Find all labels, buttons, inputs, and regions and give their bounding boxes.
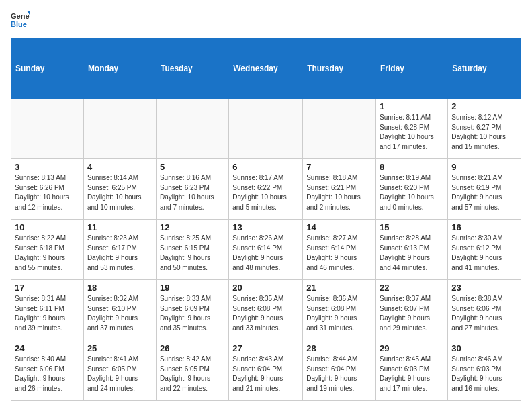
day-info: Sunrise: 8:33 AM Sunset: 6:09 PM Dayligh… bbox=[160, 294, 225, 333]
calendar-cell: 22Sunrise: 8:37 AM Sunset: 6:07 PM Dayli… bbox=[376, 280, 448, 340]
calendar-cell: 3Sunrise: 8:13 AM Sunset: 6:26 PM Daylig… bbox=[11, 159, 84, 220]
calendar-cell: 24Sunrise: 8:40 AM Sunset: 6:06 PM Dayli… bbox=[11, 340, 84, 401]
day-number: 24 bbox=[15, 343, 80, 353]
day-number: 3 bbox=[15, 162, 80, 172]
day-info: Sunrise: 8:26 AM Sunset: 6:14 PM Dayligh… bbox=[232, 234, 299, 273]
day-number: 6 bbox=[232, 162, 299, 172]
calendar-cell: 19Sunrise: 8:33 AM Sunset: 6:09 PM Dayli… bbox=[156, 280, 228, 340]
calendar-cell: 28Sunrise: 8:44 AM Sunset: 6:04 PM Dayli… bbox=[303, 340, 376, 401]
day-info: Sunrise: 8:27 AM Sunset: 6:14 PM Dayligh… bbox=[306, 234, 372, 273]
day-info: Sunrise: 8:36 AM Sunset: 6:08 PM Dayligh… bbox=[306, 294, 372, 333]
calendar-cell: 18Sunrise: 8:32 AM Sunset: 6:10 PM Dayli… bbox=[83, 280, 156, 340]
svg-text:General: General bbox=[11, 12, 30, 20]
logo-icon: General Blue bbox=[11, 11, 30, 30]
day-number: 11 bbox=[87, 222, 152, 232]
header-friday: Friday bbox=[376, 38, 448, 99]
day-info: Sunrise: 8:21 AM Sunset: 6:19 PM Dayligh… bbox=[451, 173, 517, 212]
day-info: Sunrise: 8:23 AM Sunset: 6:17 PM Dayligh… bbox=[87, 234, 152, 273]
day-number: 17 bbox=[15, 283, 80, 293]
day-info: Sunrise: 8:19 AM Sunset: 6:20 PM Dayligh… bbox=[380, 173, 444, 212]
header-wednesday: Wednesday bbox=[229, 38, 303, 99]
day-number: 10 bbox=[15, 222, 80, 232]
day-number: 29 bbox=[380, 343, 444, 353]
day-info: Sunrise: 8:25 AM Sunset: 6:15 PM Dayligh… bbox=[160, 234, 225, 273]
calendar-cell: 4Sunrise: 8:14 AM Sunset: 6:25 PM Daylig… bbox=[83, 159, 156, 220]
calendar-cell: 27Sunrise: 8:43 AM Sunset: 6:04 PM Dayli… bbox=[229, 340, 303, 401]
calendar-cell bbox=[303, 99, 376, 159]
day-info: Sunrise: 8:32 AM Sunset: 6:10 PM Dayligh… bbox=[87, 294, 152, 333]
calendar-cell: 6Sunrise: 8:17 AM Sunset: 6:22 PM Daylig… bbox=[229, 159, 303, 220]
header-thursday: Thursday bbox=[303, 38, 376, 99]
svg-text:Blue: Blue bbox=[11, 20, 27, 28]
day-number: 13 bbox=[232, 222, 299, 232]
day-number: 22 bbox=[380, 283, 444, 293]
day-info: Sunrise: 8:46 AM Sunset: 6:03 PM Dayligh… bbox=[451, 355, 517, 394]
calendar-cell bbox=[11, 99, 84, 159]
day-number: 19 bbox=[160, 283, 225, 293]
calendar-cell: 10Sunrise: 8:22 AM Sunset: 6:18 PM Dayli… bbox=[11, 220, 84, 280]
calendar-header: SundayMondayTuesdayWednesdayThursdayFrid… bbox=[11, 38, 521, 99]
calendar-cell: 29Sunrise: 8:45 AM Sunset: 6:03 PM Dayli… bbox=[376, 340, 448, 401]
day-number: 5 bbox=[160, 162, 225, 172]
day-info: Sunrise: 8:14 AM Sunset: 6:25 PM Dayligh… bbox=[87, 173, 152, 212]
calendar-cell: 21Sunrise: 8:36 AM Sunset: 6:08 PM Dayli… bbox=[303, 280, 376, 340]
day-info: Sunrise: 8:18 AM Sunset: 6:21 PM Dayligh… bbox=[306, 173, 372, 212]
day-number: 26 bbox=[160, 343, 225, 353]
calendar-cell: 2Sunrise: 8:12 AM Sunset: 6:27 PM Daylig… bbox=[448, 99, 521, 159]
page-header: General Blue bbox=[11, 11, 521, 30]
calendar-table: SundayMondayTuesdayWednesdayThursdayFrid… bbox=[11, 38, 521, 401]
header-tuesday: Tuesday bbox=[156, 38, 228, 99]
calendar-cell: 23Sunrise: 8:38 AM Sunset: 6:06 PM Dayli… bbox=[448, 280, 521, 340]
calendar-cell: 7Sunrise: 8:18 AM Sunset: 6:21 PM Daylig… bbox=[303, 159, 376, 220]
calendar-cell bbox=[156, 99, 228, 159]
day-info: Sunrise: 8:31 AM Sunset: 6:11 PM Dayligh… bbox=[15, 294, 80, 333]
calendar-cell: 11Sunrise: 8:23 AM Sunset: 6:17 PM Dayli… bbox=[83, 220, 156, 280]
day-info: Sunrise: 8:38 AM Sunset: 6:06 PM Dayligh… bbox=[451, 294, 517, 333]
calendar-cell: 12Sunrise: 8:25 AM Sunset: 6:15 PM Dayli… bbox=[156, 220, 228, 280]
day-number: 1 bbox=[380, 101, 444, 111]
calendar-cell: 17Sunrise: 8:31 AM Sunset: 6:11 PM Dayli… bbox=[11, 280, 84, 340]
day-info: Sunrise: 8:30 AM Sunset: 6:12 PM Dayligh… bbox=[451, 234, 517, 273]
day-info: Sunrise: 8:16 AM Sunset: 6:23 PM Dayligh… bbox=[160, 173, 225, 212]
header-saturday: Saturday bbox=[448, 38, 521, 99]
day-number: 18 bbox=[87, 283, 152, 293]
day-number: 30 bbox=[451, 343, 517, 353]
calendar-cell: 16Sunrise: 8:30 AM Sunset: 6:12 PM Dayli… bbox=[448, 220, 521, 280]
day-number: 4 bbox=[87, 162, 152, 172]
calendar-cell: 30Sunrise: 8:46 AM Sunset: 6:03 PM Dayli… bbox=[448, 340, 521, 401]
day-info: Sunrise: 8:13 AM Sunset: 6:26 PM Dayligh… bbox=[15, 173, 80, 212]
calendar-cell: 15Sunrise: 8:28 AM Sunset: 6:13 PM Dayli… bbox=[376, 220, 448, 280]
day-number: 12 bbox=[160, 222, 225, 232]
header-sunday: Sunday bbox=[11, 38, 84, 99]
calendar-cell: 25Sunrise: 8:41 AM Sunset: 6:05 PM Dayli… bbox=[83, 340, 156, 401]
day-info: Sunrise: 8:43 AM Sunset: 6:04 PM Dayligh… bbox=[232, 355, 299, 394]
day-number: 27 bbox=[232, 343, 299, 353]
calendar-cell: 20Sunrise: 8:35 AM Sunset: 6:08 PM Dayli… bbox=[229, 280, 303, 340]
header-monday: Monday bbox=[83, 38, 156, 99]
calendar-cell: 13Sunrise: 8:26 AM Sunset: 6:14 PM Dayli… bbox=[229, 220, 303, 280]
calendar-cell bbox=[229, 99, 303, 159]
day-number: 21 bbox=[306, 283, 372, 293]
day-info: Sunrise: 8:45 AM Sunset: 6:03 PM Dayligh… bbox=[380, 355, 444, 394]
day-number: 14 bbox=[306, 222, 372, 232]
day-number: 9 bbox=[451, 162, 517, 172]
day-info: Sunrise: 8:11 AM Sunset: 6:28 PM Dayligh… bbox=[380, 113, 444, 152]
day-number: 23 bbox=[451, 283, 517, 293]
day-number: 15 bbox=[380, 222, 444, 232]
day-number: 2 bbox=[451, 101, 517, 111]
day-number: 25 bbox=[87, 343, 152, 353]
day-number: 16 bbox=[451, 222, 517, 232]
calendar-cell: 5Sunrise: 8:16 AM Sunset: 6:23 PM Daylig… bbox=[156, 159, 228, 220]
calendar-cell: 8Sunrise: 8:19 AM Sunset: 6:20 PM Daylig… bbox=[376, 159, 448, 220]
day-info: Sunrise: 8:28 AM Sunset: 6:13 PM Dayligh… bbox=[380, 234, 444, 273]
day-info: Sunrise: 8:17 AM Sunset: 6:22 PM Dayligh… bbox=[232, 173, 299, 212]
day-info: Sunrise: 8:12 AM Sunset: 6:27 PM Dayligh… bbox=[451, 113, 517, 152]
logo: General Blue bbox=[11, 11, 30, 30]
logo: General Blue bbox=[11, 11, 30, 30]
day-number: 20 bbox=[232, 283, 299, 293]
day-number: 7 bbox=[306, 162, 372, 172]
day-info: Sunrise: 8:42 AM Sunset: 6:05 PM Dayligh… bbox=[160, 355, 225, 394]
day-info: Sunrise: 8:22 AM Sunset: 6:18 PM Dayligh… bbox=[15, 234, 80, 273]
calendar-cell: 14Sunrise: 8:27 AM Sunset: 6:14 PM Dayli… bbox=[303, 220, 376, 280]
day-info: Sunrise: 8:41 AM Sunset: 6:05 PM Dayligh… bbox=[87, 355, 152, 394]
